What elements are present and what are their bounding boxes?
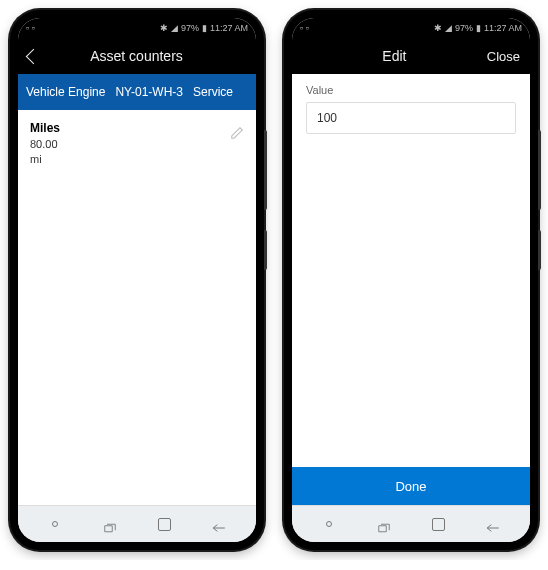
screen-right: ▫ ▫ ✱ ◢ 97% ▮ 11:27 AM Edit Close Value … [292, 18, 530, 542]
asset-extra: Service [193, 85, 233, 99]
nav-back-icon[interactable] [211, 516, 227, 532]
content-area: Value 100 Done [292, 74, 530, 505]
nav-home-icon[interactable] [156, 516, 172, 532]
status-bar: ▫ ▫ ✱ ◢ 97% ▮ 11:27 AM [18, 18, 256, 38]
android-nav-bar [18, 505, 256, 542]
counter-info: Miles 80.00 mi [30, 120, 60, 168]
nav-menu-icon[interactable] [321, 516, 337, 532]
nav-home-icon[interactable] [430, 516, 446, 532]
power-button [264, 230, 267, 270]
nav-back-icon[interactable] [485, 516, 501, 532]
asset-type: Vehicle Engine [26, 85, 105, 99]
signal-icon: ◢ [445, 23, 452, 33]
battery-pct: 97% [181, 23, 199, 33]
counter-value: 80.00 [30, 137, 60, 152]
done-button[interactable]: Done [292, 467, 530, 505]
nav-menu-icon[interactable] [47, 516, 63, 532]
power-button [538, 230, 541, 270]
status-icons-left: ▫ ▫ [26, 23, 35, 33]
clock: 11:27 AM [210, 23, 248, 33]
counter-name: Miles [30, 120, 60, 137]
volume-button [538, 130, 541, 210]
app-header: Edit Close [292, 38, 530, 74]
asset-id: NY-01-WH-3 [115, 85, 183, 99]
nav-recent-icon[interactable] [102, 516, 118, 532]
volume-button [264, 130, 267, 210]
app-header: Asset counters [18, 38, 256, 74]
phone-left: ▫ ▫ ✱ ◢ 97% ▮ 11:27 AM Asset counters Ve… [10, 10, 264, 550]
pencil-icon[interactable] [230, 126, 244, 140]
android-nav-bar [292, 505, 530, 542]
status-bar: ▫ ▫ ✱ ◢ 97% ▮ 11:27 AM [292, 18, 530, 38]
content-area: Miles 80.00 mi [18, 110, 256, 505]
page-title: Edit [302, 48, 487, 64]
nav-recent-icon[interactable] [376, 516, 392, 532]
battery-icon: ▮ [476, 23, 481, 33]
bluetooth-icon: ✱ [160, 23, 168, 33]
signal-icon: ◢ [171, 23, 178, 33]
close-button[interactable]: Close [487, 49, 520, 64]
clock: 11:27 AM [484, 23, 522, 33]
counter-unit: mi [30, 152, 60, 167]
phone-right: ▫ ▫ ✱ ◢ 97% ▮ 11:27 AM Edit Close Value … [284, 10, 538, 550]
status-icons-left: ▫ ▫ [300, 23, 309, 33]
counter-row[interactable]: Miles 80.00 mi [18, 110, 256, 178]
value-label: Value [306, 84, 516, 96]
asset-breadcrumb: Vehicle Engine NY-01-WH-3 Service [18, 74, 256, 110]
value-input[interactable]: 100 [306, 102, 516, 134]
battery-pct: 97% [455, 23, 473, 33]
screen-left: ▫ ▫ ✱ ◢ 97% ▮ 11:27 AM Asset counters Ve… [18, 18, 256, 542]
form-area: Value 100 [292, 74, 530, 144]
battery-icon: ▮ [202, 23, 207, 33]
bluetooth-icon: ✱ [434, 23, 442, 33]
page-title: Asset counters [27, 48, 246, 64]
